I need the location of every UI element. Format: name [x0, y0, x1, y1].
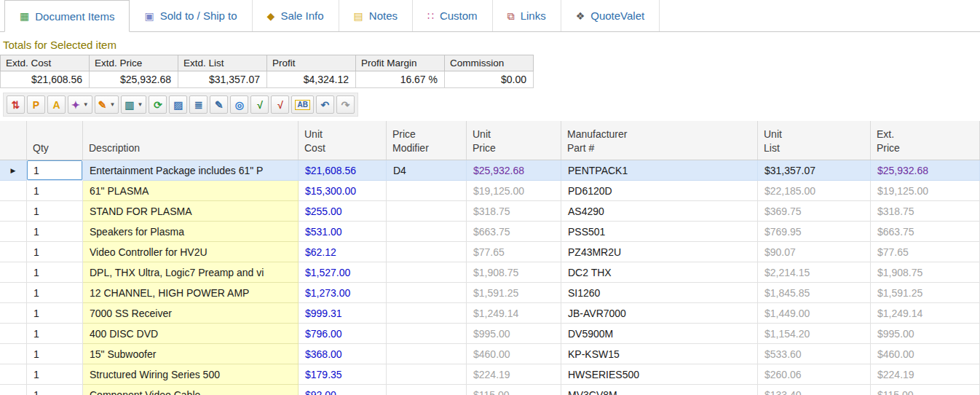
cell-unit_list[interactable]: $260.06	[758, 364, 871, 385]
cell-description[interactable]: Component Video Cable	[83, 385, 299, 395]
cell-unit_list[interactable]: $769.95	[758, 222, 871, 242]
tab-notes[interactable]: ▤Notes	[339, 0, 413, 31]
column-header-ext_price[interactable]: Ext.Price	[871, 121, 980, 160]
cell-ext_price[interactable]: $1,249.14	[871, 303, 980, 324]
cell-price_modifier[interactable]	[387, 283, 467, 303]
cell-qty[interactable]: 1	[27, 324, 83, 344]
cell-price_modifier[interactable]	[387, 385, 467, 395]
cell-unit_list[interactable]: $31,357.07	[758, 160, 871, 181]
insert-picture-button[interactable]: ▨	[169, 95, 187, 114]
column-header-mfg_part[interactable]: ManufacturerPart #	[561, 121, 758, 160]
table-row[interactable]: 1STAND FOR PLASMA$255.00$318.75AS4290$36…	[0, 201, 980, 222]
cell-price_modifier[interactable]	[387, 324, 467, 344]
cell-ext_price[interactable]: $25,932.68	[871, 160, 980, 181]
cell-qty[interactable]: 1	[27, 283, 83, 303]
cell-qty[interactable]: 1	[27, 364, 83, 385]
cell-mfg_part[interactable]: DV5900M	[561, 324, 758, 344]
cell-mfg_part[interactable]: DC2 THX	[561, 262, 758, 283]
tab-sold-to-ship-to[interactable]: ▣Sold to / Ship to	[130, 0, 252, 31]
cell-qty[interactable]: 1	[27, 385, 83, 395]
cell-unit_cost[interactable]: $92.00	[299, 385, 387, 395]
cell-unit_price[interactable]: $663.75	[467, 222, 561, 242]
cell-qty[interactable]: 1	[27, 303, 83, 324]
cell-unit_cost[interactable]: $255.00	[299, 201, 387, 222]
cell-mfg_part[interactable]: HWSERIES500	[561, 364, 758, 385]
cell-qty[interactable]: 1	[27, 160, 83, 181]
tab-quotevalet[interactable]: ❖QuoteValet	[561, 0, 660, 31]
tab-links[interactable]: ⧉Links	[493, 0, 561, 31]
cell-description[interactable]: STAND FOR PLASMA	[83, 201, 299, 222]
cell-unit_price[interactable]: $224.19	[467, 364, 561, 385]
cell-ext_price[interactable]: $77.65	[871, 242, 980, 262]
table-row[interactable]: 1DPL, THX Ultra, Logic7 Preamp and vi$1,…	[0, 262, 980, 283]
cell-selector[interactable]	[0, 364, 27, 385]
cell-price_modifier[interactable]	[387, 262, 467, 283]
cell-unit_list[interactable]: $22,185.00	[758, 181, 871, 201]
tab-sale-info[interactable]: ◆Sale Info	[253, 0, 339, 31]
cell-unit_list[interactable]: $369.75	[758, 201, 871, 222]
cell-unit_cost[interactable]: $179.35	[299, 364, 387, 385]
cell-unit_cost[interactable]: $999.31	[299, 303, 387, 324]
table-row[interactable]: 115" Subwoofer$368.00$460.00KP-KSW15$533…	[0, 344, 980, 364]
cell-unit_cost[interactable]: $21,608.56	[299, 160, 387, 181]
cell-unit_price[interactable]: $460.00	[467, 344, 561, 364]
cell-ext_price[interactable]: $460.00	[871, 344, 980, 364]
cell-description[interactable]: 7000 SS Receiver	[83, 303, 299, 324]
redo-button[interactable]: ↷	[336, 95, 355, 114]
line-attributes-button[interactable]: ≣	[189, 95, 208, 114]
cell-description[interactable]: Speakers for Plasma	[83, 222, 299, 242]
column-header-unit_cost[interactable]: UnitCost	[299, 121, 387, 160]
tab-document-items[interactable]: ▦Document Items	[4, 0, 130, 32]
cell-price_modifier[interactable]	[387, 364, 467, 385]
table-row[interactable]: 112 CHANNEL, HIGH POWER AMP$1,273.00$1,5…	[0, 283, 980, 303]
column-header-price_modifier[interactable]: PriceModifier	[387, 121, 467, 160]
cell-ext_price[interactable]: $318.75	[871, 201, 980, 222]
column-header-unit_list[interactable]: UnitList	[758, 121, 871, 160]
cell-unit_list[interactable]: $133.40	[758, 385, 871, 395]
table-row[interactable]: 161" PLASMA$15,300.00$19,125.00PD6120D$2…	[0, 181, 980, 201]
cell-price_modifier[interactable]: D4	[387, 160, 467, 181]
cell-unit_list[interactable]: $1,154.20	[758, 324, 871, 344]
cell-mfg_part[interactable]: AS4290	[561, 201, 758, 222]
cell-description[interactable]: Structured Wiring Series 500	[83, 364, 299, 385]
cell-mfg_part[interactable]: KP-KSW15	[561, 344, 758, 364]
cell-selector[interactable]	[0, 222, 27, 242]
cell-ext_price[interactable]: $663.75	[871, 222, 980, 242]
realtime-button[interactable]: ◎	[230, 95, 248, 114]
cell-description[interactable]: 400 DISC DVD	[83, 324, 299, 344]
table-row[interactable]: ▶1Entertainment Package includes 61" P$2…	[0, 160, 980, 181]
rearrange-items-button[interactable]: ⇅	[7, 95, 25, 114]
table-row[interactable]: 1Video Controller for HV2U$62.12$77.65PZ…	[0, 242, 980, 262]
cell-description[interactable]: Video Controller for HV2U	[83, 242, 299, 262]
cell-price_modifier[interactable]	[387, 242, 467, 262]
column-header-description[interactable]: Description	[83, 121, 299, 160]
price-check-down-button[interactable]: √	[271, 95, 289, 114]
cell-qty[interactable]: 1	[27, 222, 83, 242]
cell-ext_price[interactable]: $19,125.00	[871, 181, 980, 201]
table-row[interactable]: 1Structured Wiring Series 500$179.35$224…	[0, 364, 980, 385]
cell-description[interactable]: 12 CHANNEL, HIGH POWER AMP	[83, 283, 299, 303]
cell-price_modifier[interactable]	[387, 303, 467, 324]
cell-mfg_part[interactable]: MV3CV8M	[561, 385, 758, 395]
cell-selector[interactable]	[0, 385, 27, 395]
cell-unit_price[interactable]: $1,591.25	[467, 283, 561, 303]
cell-unit_price[interactable]: $77.65	[467, 242, 561, 262]
cell-unit_list[interactable]: $2,214.15	[758, 262, 871, 283]
price-check-up-button[interactable]: √	[250, 95, 269, 114]
cell-price_modifier[interactable]	[387, 222, 467, 242]
cell-unit_price[interactable]: $995.00	[467, 324, 561, 344]
cell-description[interactable]: Entertainment Package includes 61" P	[83, 160, 299, 181]
cell-description[interactable]: 61" PLASMA	[83, 181, 299, 201]
refresh-button[interactable]: ⟳	[149, 95, 167, 114]
cell-selector[interactable]	[0, 181, 27, 201]
quick-create-button[interactable]: ✦▼	[68, 95, 92, 114]
cell-unit_cost[interactable]: $368.00	[299, 344, 387, 364]
cell-description[interactable]: DPL, THX Ultra, Logic7 Preamp and vi	[83, 262, 299, 283]
cell-mfg_part[interactable]: PZ43MR2U	[561, 242, 758, 262]
cell-selector[interactable]	[0, 344, 27, 364]
cell-price_modifier[interactable]	[387, 181, 467, 201]
cell-unit_cost[interactable]: $1,527.00	[299, 262, 387, 283]
undo-button[interactable]: ↶	[316, 95, 334, 114]
cell-unit_price[interactable]: $115.00	[467, 385, 561, 395]
cell-price_modifier[interactable]	[387, 344, 467, 364]
